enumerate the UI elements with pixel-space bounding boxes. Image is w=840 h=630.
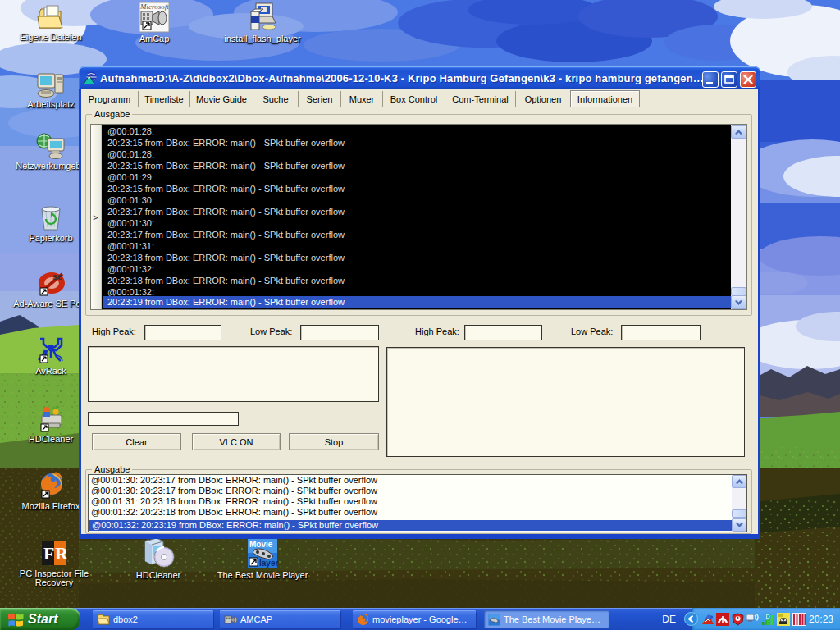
svg-text:Movie: Movie — [249, 540, 273, 549]
svg-text:R: R — [55, 543, 69, 564]
svg-text:layer: layer — [259, 559, 278, 568]
svg-text:Microsoft: Microsoft — [139, 2, 169, 11]
svg-text:se: se — [52, 272, 62, 281]
svg-text:D: D — [766, 614, 770, 619]
svg-text:F: F — [43, 543, 54, 564]
